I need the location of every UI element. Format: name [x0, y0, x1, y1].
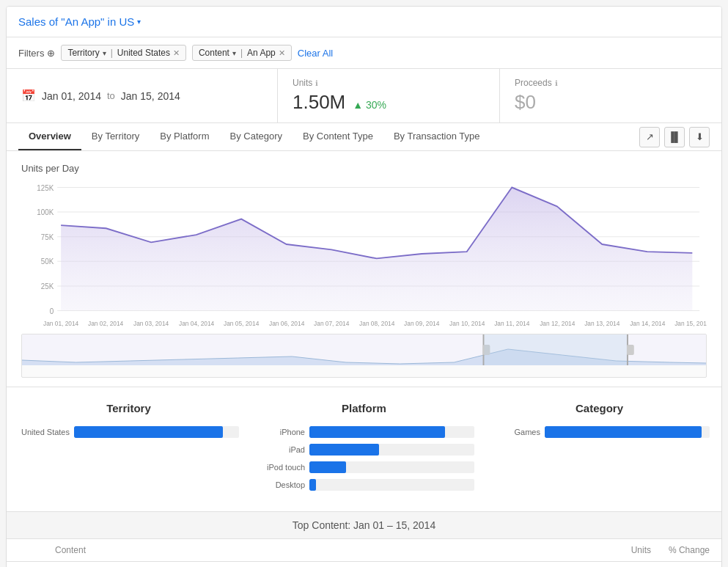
svg-text:Jan 13, 2014: Jan 13, 2014 — [584, 320, 619, 327]
svg-marker-12 — [61, 188, 692, 311]
units-info-icon[interactable]: ℹ — [315, 79, 318, 87]
tab-by-platform[interactable]: By Platform — [150, 123, 219, 150]
territory-bar-label: United States — [18, 428, 70, 436]
tab-overview[interactable]: Overview — [18, 123, 81, 150]
territory-bar-fill — [74, 426, 223, 438]
ipad-bar-fill — [309, 444, 379, 456]
svg-text:0: 0 — [50, 307, 54, 315]
units-value: 1.50M — [293, 91, 345, 114]
desktop-bar-fill — [309, 479, 316, 491]
svg-text:Jan 03, 2014: Jan 03, 2014 — [133, 320, 169, 327]
download-btn[interactable]: ⬇ — [689, 127, 710, 147]
games-bar-fill — [545, 426, 702, 438]
metrics-row: 📅 Jan 01, 2014 to Jan 15, 2014 Units ℹ 1… — [7, 69, 721, 123]
proceeds-value: $0 — [515, 91, 536, 113]
units-change-pct: 30% — [366, 99, 386, 111]
date-to: Jan 15, 2014 — [121, 90, 180, 102]
svg-text:Jan 11, 2014: Jan 11, 2014 — [494, 320, 529, 327]
svg-text:Jan 01, 2014: Jan 01, 2014 — [43, 320, 78, 327]
territory-chip-type: Territory — [67, 48, 99, 58]
platform-bar-row-ipad: iPad — [254, 444, 474, 456]
summary-section: Territory United States Platform iPhone … — [7, 387, 721, 511]
iphone-bar-label: iPhone — [254, 428, 305, 436]
content-filter-chip[interactable]: Content ▾ | An App ✕ — [192, 45, 292, 61]
territory-summary-card: Territory United States — [18, 402, 239, 497]
svg-rect-34 — [485, 334, 627, 365]
desktop-bar-label: Desktop — [254, 480, 305, 489]
svg-text:100K: 100K — [37, 208, 54, 216]
units-change-arrow: ▲ — [353, 99, 363, 111]
chart-container: 125K 100K 75K 50K 25K 0 — [21, 180, 707, 334]
col-content-header: Content — [55, 545, 592, 555]
table-header: Content Units % Change — [7, 539, 721, 562]
category-bar-row-games: Games — [489, 426, 710, 438]
svg-text:Jan 05, 2014: Jan 05, 2014 — [224, 320, 259, 327]
ipad-bar-label: iPad — [254, 445, 305, 454]
date-separator: to — [107, 90, 115, 101]
content-chip-value: An App — [247, 48, 276, 58]
timeline-section: t 20 2013 Oct 27 2013 Nov 3 2013 Nov 10 … — [7, 334, 721, 381]
title-dropdown-arrow[interactable]: ▾ — [137, 18, 141, 26]
table-row: 1 An App A Developer App 123456789 — [7, 562, 721, 567]
ipod-bar-label: iPod touch — [254, 463, 305, 472]
trend-chart-btn[interactable]: ↗ — [639, 127, 660, 147]
svg-text:50K: 50K — [41, 257, 54, 266]
content-chip-type: Content — [199, 48, 229, 58]
chart-svg: 125K 100K 75K 50K 25K 0 — [21, 180, 707, 334]
platform-card-title: Platform — [254, 402, 474, 414]
content-chip-arrow: ▾ — [232, 49, 236, 57]
platform-summary-card: Platform iPhone iPad iPod touch — [254, 402, 474, 497]
svg-text:Jan 15, 2014: Jan 15, 2014 — [674, 320, 707, 327]
proceeds-info-icon[interactable]: ℹ — [555, 79, 558, 87]
ipod-bar-fill — [309, 461, 346, 473]
svg-text:Jan 09, 2014: Jan 09, 2014 — [404, 320, 439, 327]
units-metric: Units ℹ 1.50M ▲ 30% — [278, 69, 500, 122]
platform-bar-row-iphone: iPhone — [254, 426, 474, 438]
tab-by-category[interactable]: By Category — [220, 123, 293, 150]
col-change-header: % Change — [651, 545, 710, 555]
iphone-bar-fill — [309, 426, 445, 438]
app-container: Sales of "An App" in US ▾ Filters ⊕ Terr… — [6, 6, 722, 567]
timeline-container[interactable]: t 20 2013 Oct 27 2013 Nov 3 2013 Nov 10 … — [21, 334, 707, 378]
iphone-bar-track — [309, 426, 474, 438]
units-change: ▲ 30% — [353, 99, 386, 111]
svg-text:75K: 75K — [41, 233, 54, 241]
chart-title: Units per Day — [21, 163, 707, 174]
proceeds-label: Proceeds ℹ — [515, 78, 707, 88]
filters-bar: Filters ⊕ Territory ▾ | United States ✕ … — [7, 37, 721, 69]
territory-card-title: Territory — [18, 402, 239, 414]
territory-chip-value: United States — [117, 48, 170, 58]
tab-by-transaction-type[interactable]: By Transaction Type — [383, 123, 490, 150]
chart-actions: ↗ ▐▌ ⬇ — [639, 127, 710, 147]
page-title[interactable]: Sales of "An App" in US ▾ — [18, 15, 710, 28]
svg-text:Jan 14, 2014: Jan 14, 2014 — [630, 320, 665, 327]
category-summary-card: Category Games — [489, 402, 710, 497]
territory-filter-chip[interactable]: Territory ▾ | United States ✕ — [61, 45, 186, 61]
svg-text:Jan 02, 2014: Jan 02, 2014 — [88, 320, 123, 327]
svg-text:Jan 07, 2014: Jan 07, 2014 — [314, 320, 349, 327]
territory-bar-track — [74, 426, 239, 438]
units-label: Units ℹ — [293, 78, 485, 88]
page-header: Sales of "An App" in US ▾ — [7, 7, 721, 37]
svg-text:25K: 25K — [41, 282, 54, 290]
svg-text:Jan 10, 2014: Jan 10, 2014 — [449, 320, 485, 327]
clear-all-link[interactable]: Clear All — [298, 48, 333, 59]
filters-label: Filters ⊕ — [18, 48, 55, 59]
svg-text:Jan 08, 2014: Jan 08, 2014 — [359, 320, 394, 327]
svg-rect-33 — [627, 345, 634, 355]
svg-text:Jan 06, 2014: Jan 06, 2014 — [269, 320, 304, 327]
filters-text: Filters — [18, 48, 44, 59]
games-bar-label: Games — [489, 428, 540, 436]
tab-by-content-type[interactable]: By Content Type — [293, 123, 383, 150]
filters-plus-icon[interactable]: ⊕ — [47, 48, 55, 59]
territory-chip-arrow: ▾ — [103, 49, 106, 57]
date-from: Jan 01, 2014 — [42, 90, 101, 102]
bar-chart-btn[interactable]: ▐▌ — [664, 127, 685, 147]
date-picker[interactable]: 📅 Jan 01, 2014 to Jan 15, 2014 — [7, 69, 278, 122]
territory-chip-close[interactable]: ✕ — [173, 48, 180, 58]
tab-by-territory[interactable]: By Territory — [81, 123, 150, 150]
ipad-bar-track — [309, 444, 474, 456]
top-content-section: Top Content: Jan 01 – 15, 2014 Content U… — [7, 511, 721, 567]
timeline-dates: t 20 2013 Oct 27 2013 Nov 3 2013 Nov 10 … — [22, 377, 706, 378]
content-chip-close[interactable]: ✕ — [279, 48, 285, 58]
